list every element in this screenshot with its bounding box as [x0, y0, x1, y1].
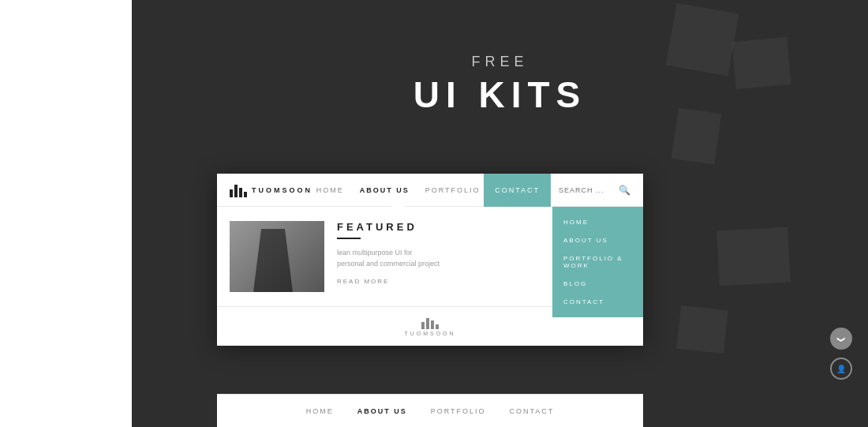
footer-logo-text: TUOMSOON: [404, 331, 455, 336]
footer-nav-contact[interactable]: CONTACT: [510, 407, 555, 415]
footer-bar-3: [431, 320, 434, 329]
dropdown-contact[interactable]: CONTACT: [552, 293, 643, 311]
bg-deco-5: [676, 305, 728, 354]
right-icons: ❯ 👤: [830, 328, 852, 380]
down-arrow-icon[interactable]: ❯: [830, 328, 852, 350]
logo-bar-3: [239, 188, 242, 197]
featured-underline: [337, 238, 361, 239]
person-icon: 👤: [836, 365, 846, 373]
footer-nav-about[interactable]: ABOUT US: [357, 407, 407, 415]
footer-bar-2: [426, 318, 429, 329]
footer-logo-icon: [421, 317, 439, 329]
footer-logo: TUOMSOON: [404, 317, 455, 336]
bg-deco-4: [716, 227, 791, 287]
navbar: TUOMSOON HOME ABOUT US PORTFOLIO CONTACT…: [217, 174, 643, 207]
featured-image: [230, 221, 324, 292]
footer-nav-home[interactable]: HOME: [306, 407, 334, 415]
title-free: FREE: [471, 54, 528, 70]
footer-bar: HOME ABOUT US PORTFOLIO CONTACT: [217, 394, 643, 427]
dropdown-about[interactable]: ABOUT US: [552, 231, 643, 249]
search-icon[interactable]: 🔍: [619, 185, 630, 196]
up-arrow: [391, 200, 405, 207]
search-area: 🔍: [551, 185, 630, 196]
nav-about[interactable]: ABOUT US: [360, 186, 410, 194]
browser-window: TUOMSOON HOME ABOUT US PORTFOLIO CONTACT…: [217, 174, 643, 346]
footer-bar-1: [421, 322, 425, 329]
footer-bar-4: [436, 324, 439, 329]
logo-bar-4: [244, 192, 247, 197]
nav-links: HOME ABOUT US PORTFOLIO: [312, 186, 484, 194]
logo-area: TUOMSOON: [230, 183, 312, 197]
left-white-strip: [0, 0, 132, 427]
hero-title-area: FREE UI KITS: [132, 0, 868, 170]
logo-bar-2: [234, 185, 238, 197]
chevron-down: ❯: [837, 335, 846, 342]
logo-bar-1: [230, 189, 233, 197]
person-photo: [230, 221, 324, 292]
user-icon-button[interactable]: 👤: [830, 358, 852, 380]
dropdown-menu: HOME ABOUT US PORTFOLIO & WORK BLOG CONT…: [552, 207, 643, 317]
dropdown-home[interactable]: HOME: [552, 213, 643, 231]
title-uikits: UI KITS: [413, 73, 587, 116]
dropdown-blog[interactable]: BLOG: [552, 275, 643, 293]
footer-nav-portfolio[interactable]: PORTFOLIO: [431, 407, 486, 415]
nav-contact[interactable]: CONTACT: [484, 174, 551, 207]
logo-icon: [230, 183, 247, 197]
nav-home[interactable]: HOME: [316, 186, 344, 194]
search-input[interactable]: [559, 186, 614, 194]
nav-portfolio[interactable]: PORTFOLIO: [425, 186, 481, 194]
dropdown-portfolio[interactable]: PORTFOLIO & WORK: [552, 249, 643, 275]
logo-text: TUOMSOON: [252, 186, 312, 194]
